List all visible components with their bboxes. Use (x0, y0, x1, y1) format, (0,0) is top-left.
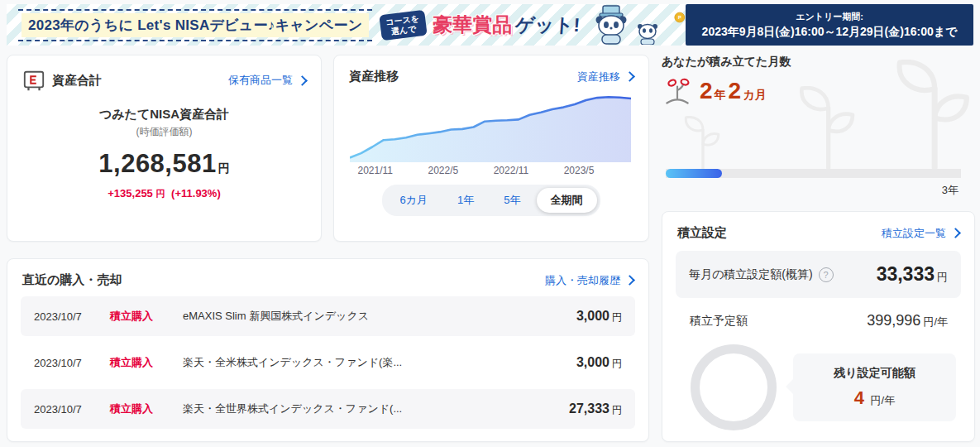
campaign-bubble: コースを 選んで (380, 9, 428, 40)
row-fund-name: eMAXIS Slim 新興国株式インデックス (183, 309, 576, 324)
months-unit: カ月 (743, 88, 766, 103)
campaign-title: 2023年のうちに Let's NISAデビュー♪キャンペーン (22, 13, 369, 37)
progress-fill (666, 169, 722, 178)
monthly-setting-row: 毎月の積立設定額(概算) ? 33,333円 (676, 251, 961, 298)
chart-x-axis: 2021/112022/52022/112023/5 (350, 165, 633, 177)
monthly-setting-label: 毎月の積立設定額(概算) ? (689, 267, 834, 282)
assets-subtitle-note: (時価評価額) (7, 125, 321, 139)
remaining-amount-callout: 残り設定可能額 4 円/年 (793, 353, 956, 421)
row-fund-name: 楽天・全米株式インデックス・ファンド(楽... (183, 355, 576, 370)
chevron-right-icon (297, 75, 308, 86)
row-date: 2023/10/7 (34, 310, 110, 323)
remaining-amount-value: 4 円/年 (800, 387, 949, 409)
progress-goal-label: 3年 (942, 183, 958, 198)
settings-list-link-label: 積立設定一覧 (882, 226, 946, 241)
assets-change: +135,255 円 (+11.93%) (7, 187, 321, 200)
yearly-plan-label: 積立予定額 (690, 314, 748, 329)
holdings-list-link[interactable]: 保有商品一覧 (228, 73, 306, 88)
campaign-banner-left: 2023年のうちに Let's NISAデビュー♪キャンペーン コースを 選んで… (7, 4, 686, 46)
row-amount: 3,000円 (576, 355, 622, 371)
safe-icon (22, 69, 45, 92)
years-value: 2 (700, 78, 713, 104)
assets-amount: 1,268,581円 (7, 149, 321, 179)
chart-x-tick: 2021/11 (358, 165, 394, 176)
row-fund-name: 楽天・全世界株式インデックス・ファンド(... (183, 401, 569, 416)
campaign-prize-text: 豪華賞品 (433, 12, 512, 38)
campaign-title-frame: 2023年のうちに Let's NISAデビュー♪キャンペーン (18, 9, 372, 41)
chart-card-title: 資産推移 (349, 69, 399, 84)
table-row: 2023/10/7 積立購入 楽天・全世界株式インデックス・ファンド(... 2… (21, 389, 635, 429)
chevron-right-icon (624, 275, 635, 286)
chart-range-tab-1[interactable]: 1年 (443, 188, 488, 213)
asset-transition-link[interactable]: 資産推移 (577, 70, 633, 84)
table-row: 2023/10/7 積立購入 楽天・全米株式インデックス・ファンド(楽... 3… (21, 343, 635, 382)
asset-transition-card: 資産推移 資産推移 2021/112022/52022/112023/5 6カ月… (333, 55, 649, 242)
transaction-history-link-label: 購入・売却履歴 (545, 273, 620, 288)
campaign-get-text: ゲット! (514, 12, 581, 38)
yearly-plan-value: 399,996円/年 (867, 312, 948, 329)
row-amount: 3,000円 (576, 309, 622, 324)
assets-total-card: 資産合計 保有商品一覧 つみたてNISA資産合計 (時価評価額) 1,268,5… (7, 55, 322, 242)
row-date: 2023/10/7 (34, 357, 110, 369)
remaining-amount-label: 残り設定可能額 (800, 366, 949, 381)
point-coin-icon: P (674, 5, 686, 30)
settings-list-link[interactable]: 積立設定一覧 (882, 226, 959, 241)
chart-x-tick: 2023/5 (564, 165, 595, 176)
accumulation-settings-card: 積立設定 積立設定一覧 毎月の積立設定額(概算) ? 33,333円 積立予定額… (662, 211, 975, 442)
yearly-plan-row: 積立予定額 399,996円/年 (662, 298, 974, 336)
months-value: 2 (729, 78, 742, 104)
row-type-badge: 積立購入 (110, 401, 183, 416)
chevron-right-icon (624, 71, 635, 82)
recent-transactions-card: 直近の購入・売却 購入・売却履歴 2023/10/7 積立購入 eMAXIS S… (7, 258, 649, 442)
sprout-outline-icon (680, 116, 721, 169)
holdings-list-link-label: 保有商品一覧 (228, 73, 293, 88)
remaining-donut-chart (691, 344, 777, 430)
sprout-outline-icon (792, 86, 857, 169)
chart-x-tick: 2022/11 (494, 165, 529, 176)
panda-mascots-icon (586, 5, 672, 45)
question-circle-icon[interactable]: ? (819, 267, 834, 282)
assets-card-title: 資産合計 (52, 73, 102, 89)
campaign-banner[interactable]: 2023年のうちに Let's NISAデビュー♪キャンペーン コースを 選んで… (7, 4, 973, 46)
row-type-badge: 積立購入 (110, 309, 183, 324)
entry-period-value: 2023年9月8日(金)16:00～12月29日(金)16:00まで (702, 25, 958, 40)
months-progress-track (666, 169, 961, 178)
chevron-right-icon (950, 228, 961, 238)
row-type-badge: 積立購入 (110, 355, 183, 370)
coin-letter: P (678, 15, 681, 20)
monthly-setting-value: 33,333円 (877, 263, 948, 286)
years-unit: 年 (715, 88, 726, 103)
settings-card-title: 積立設定 (677, 225, 727, 241)
chart-x-tick: 2022/5 (428, 165, 459, 176)
chart-range-tab-3[interactable]: 全期間 (537, 188, 597, 213)
chart-range-tab-0[interactable]: 6カ月 (385, 188, 442, 213)
entry-period-label: エントリー期間: (796, 11, 863, 23)
row-amount: 27,333円 (569, 401, 622, 417)
asset-area-chart (350, 93, 631, 162)
assets-amount-unit: 円 (218, 161, 230, 175)
assets-subtitle: つみたてNISA資産合計 (7, 107, 321, 123)
transaction-history-link[interactable]: 購入・売却履歴 (545, 273, 633, 288)
recent-card-title: 直近の購入・売却 (22, 272, 122, 288)
assets-amount-value: 1,268,581 (98, 149, 216, 178)
campaign-entry-period: エントリー期間: 2023年9月8日(金)16:00～12月29日(金)16:0… (686, 4, 973, 46)
chart-range-tabbar: 6カ月 1年 5年 全期間 (382, 185, 600, 216)
table-row: 2023/10/7 積立購入 eMAXIS Slim 新興国株式インデックス 3… (21, 296, 635, 336)
row-date: 2023/10/7 (34, 403, 110, 416)
asset-transition-link-label: 資産推移 (577, 70, 620, 84)
sprout-icon (662, 76, 693, 106)
chart-range-tab-2[interactable]: 5年 (490, 188, 534, 213)
sprout-outline-icon (887, 60, 972, 169)
accumulated-months-section: あなたが積み立てた月数 2 年 2 カ月 3年 (662, 55, 973, 200)
